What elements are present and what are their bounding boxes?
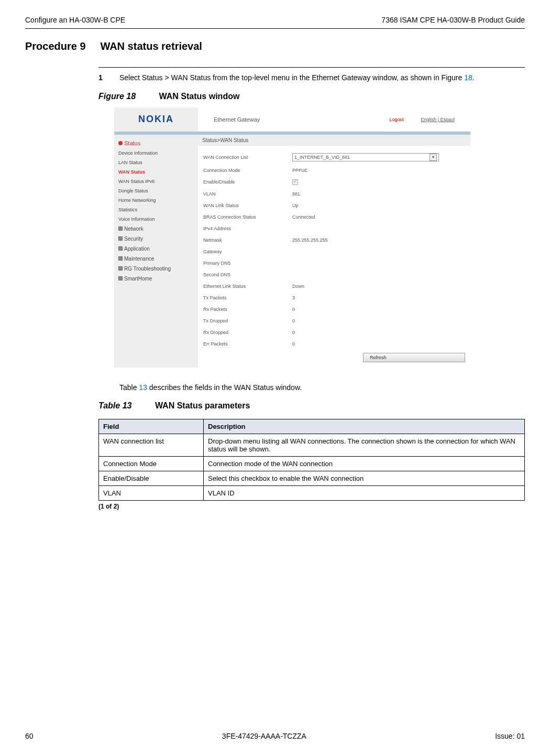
- language-link[interactable]: English | Espaol: [421, 117, 455, 122]
- procedure-label: Procedure 9: [25, 40, 86, 52]
- table-row: Enable/DisableSelect this checkbox to en…: [99, 471, 525, 485]
- form-row: Gateway: [203, 249, 465, 254]
- expand-icon: [118, 276, 123, 280]
- table-label: Table 13: [98, 401, 131, 410]
- sidebar-status[interactable]: Status: [117, 138, 198, 148]
- logout-link[interactable]: Logout: [390, 117, 404, 122]
- sidebar-cat-maintenance[interactable]: Maintenance: [117, 254, 198, 264]
- form-value: 3: [292, 295, 295, 300]
- footer-issue: Issue: 01: [495, 732, 525, 740]
- step-separator: [98, 67, 525, 68]
- titlebar-right: Logout English | Espaol: [390, 117, 455, 122]
- sidebar-item-home-net[interactable]: Home Networking: [117, 196, 198, 205]
- form-label: Err Packets: [203, 341, 292, 347]
- procedure-heading: Procedure 9 WAN status retrieval: [25, 40, 525, 52]
- wan-conn-dropdown[interactable]: 1_INTERNET_B_VID_881 ▾: [292, 153, 439, 161]
- table-description: Table 13 describes the fields in the WAN…: [119, 383, 525, 392]
- figure-label: Figure 18: [98, 92, 136, 101]
- sidebar-cat-network[interactable]: Network: [117, 224, 198, 234]
- table-row: WAN connection listDrop-down menu listin…: [99, 434, 525, 456]
- form-label: Ethernet Link Status: [203, 284, 292, 289]
- procedure-title: WAN status retrieval: [100, 40, 202, 52]
- form-label: BRAS Connection Status: [203, 214, 292, 220]
- form-value: Down: [292, 284, 304, 289]
- sidebar-item-lan-status[interactable]: LAN Status: [117, 158, 198, 167]
- page-footer: 60 3FE-47429-AAAA-TCZZA Issue: 01: [25, 732, 525, 740]
- header-rule: [25, 28, 525, 29]
- form-row: Netmask255.255.255.255: [203, 237, 465, 243]
- form-value: 881: [292, 191, 300, 197]
- form-value: 0: [292, 307, 295, 312]
- figure-title: WAN Status window: [159, 92, 240, 101]
- table-ref-link[interactable]: 13: [139, 383, 147, 392]
- form-label: WAN Link Status: [203, 203, 292, 208]
- form-value: PPPoE: [292, 168, 307, 173]
- td-field: WAN connection list: [99, 434, 204, 456]
- sidebar-item-dongle[interactable]: Dongle Status: [117, 186, 198, 196]
- nokia-logo: NOKIA: [138, 114, 174, 125]
- sidebar-item-wan-status[interactable]: WAN Status: [117, 167, 198, 177]
- table-pagination: (1 of 2): [98, 503, 525, 510]
- td-description: Drop-down menu listing all WAN connectio…: [204, 434, 525, 456]
- td-field: Connection Mode: [99, 456, 204, 471]
- form-label: VLAN: [203, 191, 292, 197]
- form-row: Enable/Disable: [203, 179, 465, 185]
- expand-icon: [118, 226, 123, 231]
- sidebar-item-wan-ipv6[interactable]: WAN Status IPv6: [117, 177, 198, 186]
- sidebar-item-device-info[interactable]: Device Information: [117, 148, 198, 158]
- step-1: 1 Select Status > WAN Status from the to…: [98, 73, 525, 83]
- table-row: Connection ModeConnection mode of the WA…: [99, 456, 525, 471]
- form-value: 0: [292, 318, 295, 323]
- header-right: 7368 ISAM CPE HA-030W-B Product Guide: [381, 16, 525, 24]
- sidebar-item-voice[interactable]: Voice Information: [117, 214, 198, 224]
- form-row: Rx Packets0: [203, 307, 465, 312]
- form-label: IPv4 Address: [203, 226, 292, 231]
- td-description: Connection mode of the WAN connection: [204, 456, 525, 471]
- gateway-title: Ethernet Gateway: [214, 116, 260, 123]
- footer-doc: 3FE-47429-AAAA-TCZZA: [222, 732, 306, 740]
- wan-status-screenshot: NOKIA Ethernet Gateway Logout English | …: [114, 107, 470, 368]
- figure-heading: Figure 18 WAN Status window: [98, 92, 525, 101]
- form-row: Ethernet Link StatusDown: [203, 284, 465, 289]
- td-field: VLAN: [99, 485, 204, 500]
- sidebar-item-statistics[interactable]: Statistics: [117, 205, 198, 214]
- form-row: Connection ModePPPoE: [203, 168, 465, 173]
- expand-icon: [118, 236, 123, 241]
- table-title: WAN Status parameters: [155, 401, 250, 410]
- form-label: Netmask: [203, 237, 292, 243]
- refresh-button[interactable]: Refresh: [363, 353, 465, 362]
- status-bullet-icon: [118, 141, 123, 145]
- th-description: Description: [204, 419, 525, 434]
- form-value: 255.255.255.255: [292, 237, 328, 243]
- enable-checkbox[interactable]: [292, 179, 298, 185]
- form-value: Up: [292, 203, 299, 208]
- sidebar-cat-smarthome[interactable]: SmartHome: [117, 274, 198, 284]
- form-label: Second DNS: [203, 272, 292, 277]
- form-label: Primary DNS: [203, 261, 292, 266]
- sidebar-cat-rg-troubleshoot[interactable]: RG Troubleshooting: [117, 264, 198, 274]
- main-panel: Status>WAN Status WAN Connection List 1_…: [198, 135, 470, 368]
- wan-conn-list-label: WAN Connection List: [203, 155, 292, 160]
- form-value: Connected: [292, 214, 315, 220]
- form-label: Tx Packets: [203, 295, 292, 300]
- form-row: Primary DNS: [203, 261, 465, 266]
- form-row: IPv4 Address: [203, 226, 465, 231]
- form-row: Err Packets0: [203, 341, 465, 347]
- footer-page: 60: [25, 732, 34, 740]
- form-label: Rx Packets: [203, 307, 292, 312]
- td-description: Select this checkbox to enable the WAN c…: [204, 471, 525, 485]
- chevron-down-icon: ▾: [430, 154, 437, 161]
- breadcrumb: Status>WAN Status: [198, 135, 470, 146]
- expand-icon: [118, 246, 123, 251]
- form-label: Rx Dropped: [203, 330, 292, 335]
- step-text: Select Status > WAN Status from the top-…: [119, 73, 525, 83]
- figure-ref-link[interactable]: 18: [464, 73, 472, 82]
- sidebar-cat-application[interactable]: Application: [117, 244, 198, 254]
- wan-status-param-table: Field Description WAN connection listDro…: [98, 419, 525, 501]
- form-value: 0: [292, 330, 295, 335]
- form-row: VLAN881: [203, 191, 465, 197]
- header-left: Configure an HA-030W-B CPE: [25, 16, 125, 24]
- form-label: Connection Mode: [203, 168, 292, 173]
- sidebar-cat-security[interactable]: Security: [117, 234, 198, 244]
- dropdown-value: 1_INTERNET_B_VID_881: [294, 155, 350, 160]
